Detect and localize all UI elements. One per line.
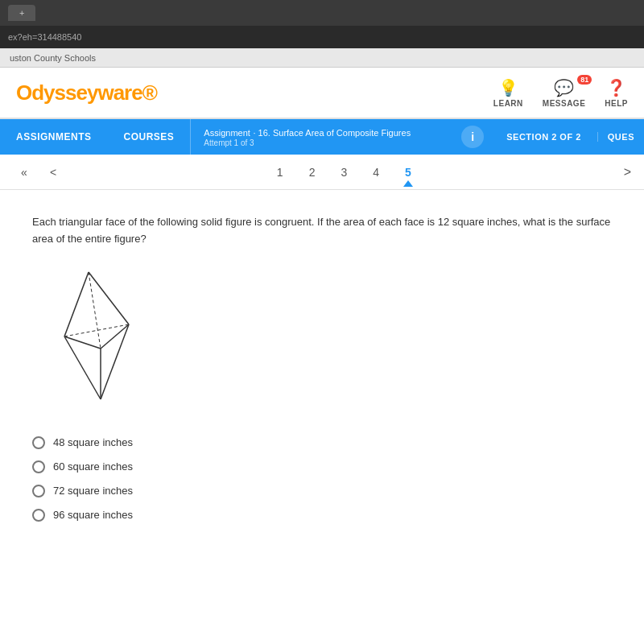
answer-choice-d[interactable]: 96 square inches — [32, 509, 612, 522]
answer-choice-a[interactable]: 48 square inches — [32, 436, 612, 449]
answer-text-a: 48 square inches — [53, 436, 133, 448]
app-logo: Odysseyware® — [16, 80, 157, 105]
question-label: QUES — [597, 132, 644, 142]
learn-label: LEARN — [493, 99, 523, 108]
answer-text-b: 60 square inches — [53, 460, 133, 473]
logo-registered: ® — [142, 80, 157, 105]
first-page-button[interactable]: « — [13, 161, 35, 184]
nav-right: i SECTION 2 OF 2 QUES — [455, 119, 644, 155]
page-numbers: 1 2 3 4 5 — [71, 164, 617, 180]
logo-text: Odysseyware — [16, 80, 142, 105]
help-button[interactable]: ❓ HELP — [605, 78, 628, 108]
help-label: HELP — [605, 99, 628, 108]
radio-b[interactable] — [32, 460, 45, 473]
svg-line-1 — [89, 272, 129, 324]
school-name: uston County Schools — [10, 53, 96, 63]
learn-button[interactable]: 💡 LEARN — [493, 78, 523, 108]
svg-line-6 — [64, 336, 101, 399]
message-icon: 💬 — [554, 78, 574, 97]
assignments-label: ASSIGNMENTS — [16, 131, 92, 142]
section-label: SECTION 2 OF 2 — [497, 132, 591, 142]
assignment-attempt: Attempt 1 of 3 — [204, 138, 442, 147]
app-container: uston County Schools Odysseyware® 💡 LEAR… — [0, 48, 644, 644]
courses-nav[interactable]: COURSES — [108, 119, 191, 155]
assignment-title: Assignment · 16. Surface Area of Composi… — [204, 126, 442, 138]
prev-page-button[interactable]: < — [42, 161, 64, 184]
help-icon: ❓ — [606, 78, 626, 97]
figure-container — [48, 264, 612, 412]
answer-text-c: 72 square inches — [53, 485, 133, 497]
pagination-bar: « < 1 2 3 4 5 > — [0, 155, 644, 190]
info-button[interactable]: i — [461, 126, 484, 148]
next-page-button[interactable]: > — [624, 165, 631, 180]
address-bar-row: ex?eh=314488540 — [0, 26, 644, 48]
svg-line-0 — [64, 272, 89, 336]
school-bar: uston County Schools — [0, 48, 644, 68]
message-badge: 81 — [577, 75, 592, 85]
radio-a[interactable] — [32, 436, 45, 449]
answer-text-d: 96 square inches — [53, 509, 133, 521]
browser-bar: + — [0, 0, 644, 26]
radio-c[interactable] — [32, 485, 45, 497]
page-2[interactable]: 2 — [304, 164, 320, 180]
page-4[interactable]: 4 — [368, 164, 384, 180]
browser-tab[interactable]: + — [8, 5, 35, 21]
answer-choice-b[interactable]: 60 square inches — [32, 460, 612, 473]
message-label: MESSAGE — [543, 99, 586, 108]
radio-d[interactable] — [32, 509, 45, 522]
assignments-nav[interactable]: ASSIGNMENTS — [0, 119, 108, 155]
question-text: Each triangular face of the following so… — [32, 214, 612, 248]
answer-choices: 48 square inches 60 square inches 72 squ… — [32, 436, 612, 522]
answer-choice-c[interactable]: 72 square inches — [32, 485, 612, 497]
svg-line-5 — [64, 324, 129, 336]
content-area: Each triangular face of the following so… — [0, 190, 644, 644]
svg-line-4 — [89, 272, 101, 349]
svg-line-7 — [101, 324, 129, 399]
address-bar: ex?eh=314488540 — [8, 32, 81, 42]
assignment-prefix: Assignment — [204, 128, 250, 138]
page-1[interactable]: 1 — [272, 164, 288, 180]
nav-bar: ASSIGNMENTS COURSES Assignment · 16. Sur… — [0, 119, 644, 155]
assignment-name: 16. Surface Area of Composite Figures — [258, 128, 411, 138]
assignment-info: Assignment · 16. Surface Area of Composi… — [190, 119, 455, 155]
app-header: Odysseyware® 💡 LEARN 💬 81 MESSAGE ❓ HELP — [0, 68, 644, 119]
message-button[interactable]: 💬 81 MESSAGE — [543, 78, 586, 108]
courses-label: COURSES — [124, 131, 175, 142]
figure-svg — [48, 264, 153, 409]
header-actions: 💡 LEARN 💬 81 MESSAGE ❓ HELP — [493, 78, 628, 108]
page-5[interactable]: 5 — [400, 164, 416, 180]
page-3[interactable]: 3 — [336, 164, 352, 180]
learn-icon: 💡 — [498, 78, 518, 97]
